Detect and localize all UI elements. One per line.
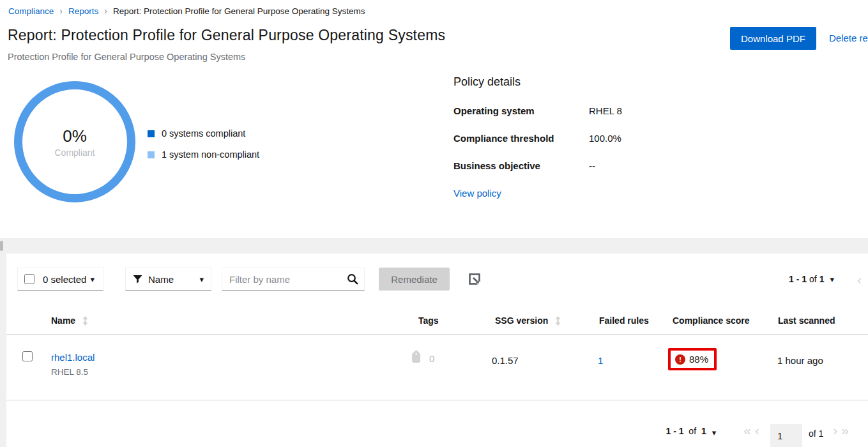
first-page-icon[interactable]: «	[742, 423, 753, 437]
column-header-tags: Tags	[418, 307, 439, 335]
legend-label: 1 system non-compliant	[162, 149, 259, 160]
caret-down-icon: ▾	[90, 275, 95, 284]
pagination-top: 1 - 1 of 1 ▾ ‹	[789, 268, 864, 291]
search-icon[interactable]	[347, 273, 358, 285]
policy-value: --	[589, 160, 595, 171]
prev-page-icon[interactable]: ‹	[753, 423, 761, 437]
compliance-score-annotation-box: ! 88%	[668, 348, 717, 370]
pagination-range: 1 - 1	[789, 274, 807, 284]
left-gutter	[0, 254, 6, 447]
column-header-compliance-score: Compliance score	[673, 307, 750, 335]
table-header-row: Name Tags SSG version Failed rules Compl…	[6, 307, 868, 335]
exclamation-circle-icon: !	[675, 354, 685, 365]
export-icon[interactable]	[468, 271, 483, 287]
page-subtitle: Protection Profile for General Purpose O…	[8, 52, 245, 62]
column-header-name[interactable]: Name	[51, 307, 88, 335]
policy-details-panel: Policy details Operating system RHEL 8 C…	[453, 75, 622, 199]
system-os: RHEL 8.5	[51, 367, 88, 377]
view-policy-link[interactable]: View policy	[453, 188, 501, 199]
system-name-link[interactable]: rhel1.local	[51, 352, 95, 363]
delete-report-link[interactable]: Delete report	[829, 33, 868, 43]
sort-icon[interactable]	[82, 316, 88, 326]
column-header-label: Failed rules	[599, 315, 649, 326]
filter-dropdown-label: Name	[148, 274, 174, 285]
legend-swatch-compliant	[148, 130, 155, 137]
legend-label: 0 systems compliant	[162, 128, 245, 139]
column-header-label: Last scanned	[778, 315, 835, 326]
breadcrumb-current: Report: Protection Profile for General P…	[113, 6, 365, 16]
next-page-icon[interactable]: ›	[831, 423, 839, 437]
column-header-label: Tags	[418, 315, 439, 326]
legend-swatch-non-compliant	[148, 151, 155, 158]
row-checkbox[interactable]	[22, 351, 33, 361]
donut-sublabel: Compliant	[54, 148, 95, 158]
page-number-input[interactable]	[770, 424, 802, 447]
donut-percent: 0%	[63, 126, 87, 146]
last-scanned-cell: 1 hour ago	[777, 355, 823, 366]
section-divider-band	[0, 238, 868, 254]
policy-row-compliance-threshold: Compliance threshold 100.0%	[453, 133, 622, 144]
compliance-donut-chart: 0% Compliant	[14, 81, 135, 202]
bulk-select-dropdown[interactable]: 0 selected ▾	[17, 268, 103, 291]
remediate-button[interactable]: Remediate	[379, 268, 450, 291]
pagination-of-word: of	[689, 426, 696, 436]
policy-details-heading: Policy details	[453, 75, 622, 89]
filter-icon	[133, 275, 142, 284]
pagination-bottom: 1 - 1 of 1 ▾ « ‹ of 1 › »	[666, 418, 851, 447]
pagination-range: 1 - 1	[666, 426, 683, 436]
pagination-of-pages: of 1	[809, 428, 823, 439]
legend-item-non-compliant: 1 system non-compliant	[148, 149, 259, 160]
caret-down-icon[interactable]: ▾	[830, 275, 834, 284]
page-title: Report: Protection Profile for General P…	[8, 27, 445, 44]
tag-icon	[407, 349, 427, 368]
legend-item-compliant: 0 systems compliant	[148, 128, 259, 139]
column-header-ssg-version[interactable]: SSG version	[495, 307, 561, 335]
pagination-total: 1	[701, 426, 706, 436]
column-header-label: SSG version	[495, 315, 548, 326]
caret-down-icon: ▾	[199, 275, 204, 284]
prev-page-icon[interactable]: ‹	[855, 273, 864, 286]
policy-label: Operating system	[453, 105, 589, 116]
breadcrumb-link-compliance[interactable]: Compliance	[8, 6, 54, 16]
donut-legend: 0 systems compliant 1 system non-complia…	[148, 128, 259, 170]
failed-rules-link[interactable]: 1	[598, 355, 603, 366]
policy-row-business-objective: Business objective --	[453, 160, 622, 171]
search-input[interactable]	[222, 268, 364, 290]
report-header-section: Compliance › Reports › Report: Protectio…	[0, 0, 868, 238]
filter-attribute-dropdown[interactable]: Name ▾	[125, 268, 211, 291]
pagination-total: 1	[819, 274, 825, 284]
ssg-version-cell: 0.1.57	[492, 355, 519, 366]
column-header-label: Name	[51, 315, 75, 326]
search-box	[222, 268, 365, 291]
systems-table-card: 0 selected ▾ Name ▾ Remediate 1 - 1 of 1…	[6, 254, 868, 447]
pagination-of-word: of	[809, 274, 817, 284]
tag-count: 0	[429, 353, 434, 364]
scrollbar-thumb[interactable]	[0, 241, 3, 251]
breadcrumb-separator-icon: ›	[104, 6, 107, 16]
policy-row-operating-system: Operating system RHEL 8	[453, 105, 622, 116]
tags-cell[interactable]: 0	[410, 352, 434, 365]
sort-icon[interactable]	[555, 316, 561, 326]
bulk-select-label: 0 selected	[43, 274, 86, 285]
table-row: rhel1.local RHEL 8.5 0 0.1.57 1 ! 88% 1 …	[6, 335, 868, 400]
policy-label: Business objective	[453, 160, 589, 171]
compliance-score-value: 88%	[689, 354, 708, 365]
last-page-icon[interactable]: »	[839, 423, 851, 437]
policy-label: Compliance threshold	[453, 133, 589, 144]
column-header-last-scanned: Last scanned	[778, 307, 835, 335]
caret-down-icon[interactable]: ▾	[712, 428, 717, 437]
column-header-label: Compliance score	[673, 315, 750, 326]
policy-value: RHEL 8	[589, 105, 622, 116]
breadcrumb-link-reports[interactable]: Reports	[68, 6, 98, 16]
column-header-failed-rules: Failed rules	[599, 307, 649, 335]
breadcrumb-separator-icon: ›	[59, 6, 63, 16]
download-pdf-button[interactable]: Download PDF	[730, 27, 816, 50]
policy-value: 100.0%	[589, 133, 621, 144]
breadcrumb: Compliance › Reports › Report: Protectio…	[8, 6, 365, 16]
bulk-select-checkbox[interactable]	[24, 274, 34, 284]
